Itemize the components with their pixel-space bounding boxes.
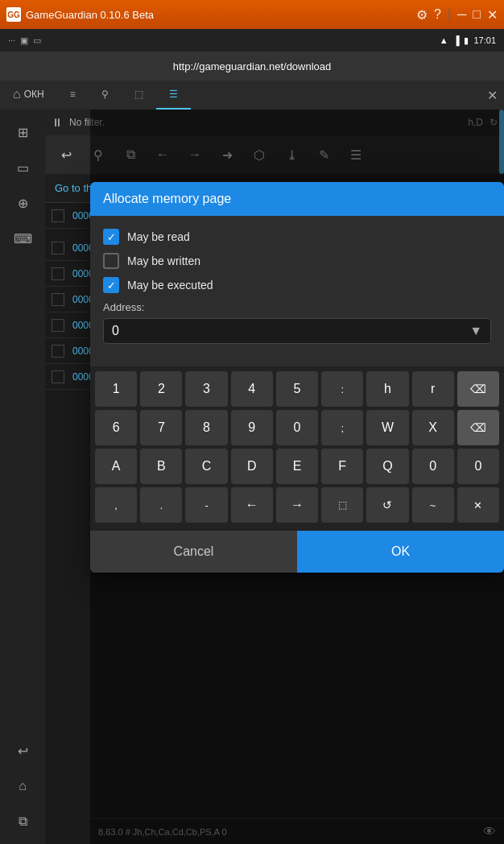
dialog-buttons: Cancel OK [90,531,504,573]
key-r[interactable]: r [412,371,454,407]
key-e[interactable]: E [276,449,318,484]
tab-okh[interactable]: ⌂ ОКН [0,81,57,110]
ok-button[interactable]: OK [297,531,504,573]
key-colon[interactable]: : [321,371,363,407]
key-3[interactable]: 3 [185,371,227,407]
may-written-row: May be written [103,253,491,269]
key-cross[interactable]: ✕ [457,487,499,523]
key-f[interactable]: F [321,449,363,484]
tab-bar: ⌂ ОКН ≡ ⚲ ⬚ ☰ ✕ [0,81,504,110]
key-8[interactable]: 8 [185,410,227,445]
may-written-checkbox[interactable] [103,253,119,269]
virtual-keyboard: 1 2 3 4 5 : h r ⌫ 6 7 8 [90,366,504,531]
window-controls: ⚙ ? | ─ □ ✕ [416,7,498,23]
window-icon: ▣ [20,35,28,46]
key-a[interactable]: A [95,449,137,484]
close-icon[interactable]: ✕ [487,7,498,23]
modal-overlay: Allocate memory page May be read May be … [90,110,504,844]
app-icon: GG [6,7,21,22]
sidebar: ⊞ ▭ ⊕ ⌨ ↩ ⌂ ⧉ [0,110,45,844]
address-input[interactable] [112,324,469,338]
key-c[interactable]: C [185,449,227,484]
may-read-row: May be read [103,229,491,245]
dots-icon: ··· [8,35,15,45]
key-b[interactable]: B [140,449,182,484]
key-backspace-1[interactable]: ⌫ [457,371,499,407]
title-bar: GG GameGuardian 0.10.6 Beta ⚙ ? | ─ □ ✕ [0,0,504,29]
key-comma[interactable]: , [95,487,137,523]
sidebar-btn-back[interactable]: ↩ [6,734,39,767]
sidebar-btn-home[interactable]: ⌂ [6,770,39,802]
sidebar-btn-window[interactable]: ⊞ [6,116,39,148]
key-2[interactable]: 2 [140,371,182,407]
app-title: GameGuardian 0.10.6 Beta [26,9,411,21]
settings-icon[interactable]: ⚙ [416,7,428,23]
key-semicolon[interactable]: ; [321,410,363,445]
address-label: Address: [103,301,491,313]
key-0[interactable]: 0 [276,410,318,445]
keyboard-row-4: , . - ← → ⬚ ↺ ~ ✕ [95,487,499,523]
pause-icon[interactable]: ⏸ [52,116,63,129]
help-icon[interactable]: ? [434,7,441,22]
may-read-checkbox[interactable] [103,229,119,245]
tab-4[interactable]: ⬚ [122,81,156,110]
signal-icon: ▐ [453,35,460,45]
tab-close-icon[interactable]: ✕ [487,89,498,102]
key-tilde[interactable]: ~ [412,487,454,523]
key-arrow-right[interactable]: → [276,487,318,523]
undo-button[interactable]: ↩ [52,140,81,169]
dialog-body: May be read May be written May be execut… [90,216,504,366]
dialog-title: Allocate memory page [90,182,504,216]
time-display: 17:01 [473,35,496,45]
battery-icon: ▮ [464,35,469,46]
url-bar[interactable]: http://gameguardian.net/download [0,52,504,81]
sidebar-btn-zoom[interactable]: ⊕ [6,187,39,219]
dropdown-arrow-icon[interactable]: ▼ [469,324,482,338]
key-1[interactable]: 1 [95,371,137,407]
key-9[interactable]: 9 [231,410,273,445]
url-text: http://gameguardian.net/download [173,60,332,72]
wifi-icon: ▲ [440,35,448,45]
sidebar-btn-screen[interactable]: ▭ [6,151,39,184]
minimize-icon[interactable]: ─ [457,7,466,22]
sidebar-btn-layers[interactable]: ⧉ [6,805,39,838]
key-period[interactable]: . [140,487,182,523]
key-w[interactable]: W [366,410,408,445]
key-7[interactable]: 7 [140,410,182,445]
keyboard-row-1: 1 2 3 4 5 : h r ⌫ [95,371,499,407]
cancel-button[interactable]: Cancel [90,531,297,573]
key-4[interactable]: 4 [231,371,273,407]
address-input-row[interactable]: ▼ [103,318,491,344]
key-5[interactable]: 5 [276,371,318,407]
may-written-label: May be written [127,254,200,267]
key-q[interactable]: Q [366,449,408,484]
key-6[interactable]: 6 [95,410,137,445]
allocate-memory-dialog: Allocate memory page May be read May be … [90,182,504,573]
key-select[interactable]: ⬚ [321,487,363,523]
screen-icon: ▭ [33,35,41,46]
key-0-alt2[interactable]: 0 [457,449,499,484]
key-history[interactable]: ↺ [366,487,408,523]
key-minus[interactable]: - [185,487,227,523]
status-bar: ··· ▣ ▭ ▲ ▐ ▮ 17:01 [0,29,504,52]
key-x[interactable]: X [412,410,454,445]
may-executed-checkbox[interactable] [103,277,119,293]
tab-2[interactable]: ≡ [57,81,89,110]
may-read-label: May be read [127,230,190,243]
key-arrow-left[interactable]: ← [231,487,273,523]
sidebar-btn-keyboard[interactable]: ⌨ [6,222,39,254]
keyboard-row-3: A B C D E F Q 0 0 [95,449,499,484]
key-h[interactable]: h [366,371,408,407]
key-d[interactable]: D [231,449,273,484]
tab-3[interactable]: ⚲ [89,81,122,110]
tab-5[interactable]: ☰ [156,81,191,110]
key-backspace-2[interactable]: ⌫ [457,410,499,445]
may-executed-label: May be executed [127,279,213,292]
may-executed-row: May be executed [103,277,491,293]
maximize-icon[interactable]: □ [473,7,481,22]
key-0-alt[interactable]: 0 [412,449,454,484]
keyboard-row-2: 6 7 8 9 0 ; W X ⌫ [95,410,499,445]
